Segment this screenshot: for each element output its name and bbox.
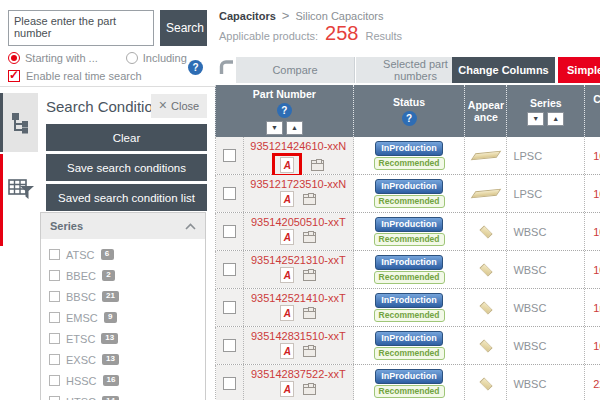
breadcrumb: Capacitors > Silicon Capacitors [219,8,384,23]
checkbox-icon[interactable] [49,291,60,302]
sort-ascending-button[interactable] [286,121,303,135]
status-badge-inproduction: InProduction [375,141,443,156]
count-badge: 2 [102,270,115,282]
status-badge-inproduction: InProduction [375,255,443,270]
series-cell: WBSC [507,251,585,288]
sort-ascending-button[interactable] [547,112,564,126]
part-number-link[interactable]: 935121424610-xxN [250,140,346,152]
packaging-icon[interactable] [303,194,316,205]
series-option-label: EMSC [66,312,98,324]
pdf-datasheet-icon[interactable] [280,157,294,173]
series-option-bbsc[interactable]: BBSC 21 [49,286,197,307]
clear-button[interactable]: Clear [46,124,207,151]
radio-selected-icon[interactable] [8,52,20,64]
capacitor-thumbnail [471,151,502,160]
checkbox-icon[interactable] [49,270,60,281]
save-search-conditions-button[interactable]: Save search conditions [46,154,207,181]
status-badge-inproduction: InProduction [375,179,443,194]
capacitance-cell: 10 [585,175,600,212]
series-cell: WBSC [507,365,585,400]
series-cell: LPSC [507,137,585,174]
part-number-search-input[interactable] [8,10,154,46]
header-series: Series [507,85,585,137]
close-panel-button[interactable]: Close [151,94,207,118]
pdf-datasheet-icon[interactable] [280,305,294,321]
row-checkbox[interactable] [223,301,236,314]
count-badge: 14 [102,396,119,400]
checkbox-icon[interactable] [49,333,60,344]
part-number-link[interactable]: 935142050510-xxT [251,216,346,228]
series-option-bbec[interactable]: BBEC 2 [49,265,197,286]
radio-unselected-icon[interactable] [126,52,138,64]
checkbox-icon[interactable] [49,249,60,260]
checkbox-icon[interactable] [49,354,60,365]
part-number-link[interactable]: 935121723510-xxN [250,178,346,190]
status-badge-recommended: Recommended [374,233,445,246]
compare-button[interactable]: Compare [236,57,355,83]
breadcrumb-capacitors-link[interactable]: Capacitors [219,10,276,22]
packaging-icon[interactable] [303,232,316,243]
realtime-search-option[interactable]: Enable real time search [8,70,142,82]
sort-descending-button[interactable] [527,112,544,126]
results-count: 258 [325,25,358,42]
row-checkbox[interactable] [223,339,236,352]
status-badge-inproduction: InProduction [375,369,443,384]
part-search-page: Search Starting with ... Including ... E… [0,0,600,400]
checkbox-icon[interactable] [49,396,60,400]
capacitance-cell: 10 [585,213,600,250]
packaging-icon[interactable] [303,308,316,319]
table-row: 935121723510-xxN InProduction Recommende… [215,175,600,213]
row-checkbox[interactable] [223,377,236,390]
packaging-icon[interactable] [311,160,324,171]
checkbox-icon[interactable] [49,312,60,323]
row-checkbox[interactable] [223,149,236,162]
search-button[interactable]: Search [160,10,207,46]
part-number-link[interactable]: 935142521410-xxT [251,292,346,304]
help-icon[interactable] [188,60,203,75]
packaging-icon[interactable] [303,346,316,357]
tab-parametric-search[interactable] [0,154,38,246]
saved-search-condition-list-button[interactable]: Saved search condition list [46,184,207,211]
series-section-header[interactable]: Series [41,213,205,239]
capacitor-thumbnail [479,377,492,390]
row-checkbox[interactable] [223,263,236,276]
checkbox-icon[interactable] [49,375,60,386]
breadcrumb-separator: > [282,8,290,23]
pdf-datasheet-icon[interactable] [280,267,294,283]
capacitance-cell: 10 [585,251,600,288]
radio-starting-with[interactable]: Starting with ... [8,52,98,64]
series-option-exsc[interactable]: EXSC 13 [49,349,197,370]
simple-tab-button[interactable]: Simple [558,57,600,83]
row-checkbox[interactable] [223,187,236,200]
help-icon[interactable] [277,103,292,118]
capacitance-cell: 22 [585,365,600,400]
pdf-datasheet-icon[interactable] [280,191,294,207]
row-checkbox[interactable] [223,225,236,238]
part-number-link[interactable]: 935142521310-xxT [251,254,346,266]
part-number-link[interactable]: 935142831510-xxT [251,330,346,342]
series-option-htsc[interactable]: HTSC 14 [49,391,197,400]
collapse-chevron-icon[interactable] [185,223,196,230]
header-appearance-label: Appearance [467,99,504,123]
series-option-emsc[interactable]: EMSC 9 [49,307,197,328]
pdf-datasheet-icon[interactable] [280,343,294,359]
part-number-link[interactable]: 935142837522-xxT [251,368,346,380]
sort-descending-button[interactable] [266,121,283,135]
count-badge: 16 [103,375,120,387]
packaging-icon[interactable] [303,384,316,395]
capacitance-cell: 10 [585,327,600,364]
pdf-datasheet-icon[interactable] [280,229,294,245]
pdf-datasheet-icon[interactable] [280,381,294,397]
checked-checkbox-icon[interactable] [8,70,20,82]
series-option-etsc[interactable]: ETSC 13 [49,328,197,349]
change-columns-button[interactable]: Change Columns [452,57,555,83]
table-header-row: Part Number Status Appearance Series [215,85,600,137]
tab-category-tree[interactable] [0,93,38,152]
header-status-label: Status [393,96,425,108]
series-option-hssc[interactable]: HSSC 16 [49,370,197,391]
packaging-icon[interactable] [303,270,316,281]
help-icon[interactable] [402,111,417,126]
search-mode-radios: Starting with ... Including ... [8,52,199,64]
series-filter-section: Series ATSC 6 BBEC 2 BBSC 21 [40,212,206,400]
series-option-atsc[interactable]: ATSC 6 [49,244,197,265]
